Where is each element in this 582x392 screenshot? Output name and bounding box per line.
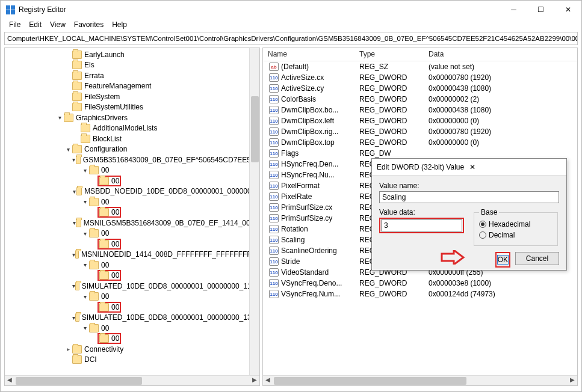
caret-icon[interactable] [64, 145, 72, 153]
col-type[interactable]: Type [354, 48, 424, 61]
menu-favorites[interactable]: Favorites [74, 20, 104, 29]
col-name[interactable]: Name [263, 48, 354, 61]
tree-item[interactable]: 00 [5, 165, 259, 176]
tree-item[interactable]: FileSystem [5, 91, 259, 102]
folder-icon [99, 177, 109, 185]
ok-button[interactable]: OK [497, 255, 509, 265]
tree-item[interactable]: 00 [5, 197, 259, 207]
tree-item[interactable]: EarlyLaunch [5, 49, 259, 60]
value-row[interactable]: 110DwmClipBox.leftREG_DWORD0x00000000 (0… [263, 115, 577, 126]
tree-item[interactable]: 00 [5, 292, 259, 302]
dialog-close-icon[interactable]: ✕ [469, 163, 562, 171]
tree-label: 00 [111, 271, 119, 280]
value-data-input[interactable] [381, 219, 462, 231]
caret-icon[interactable] [81, 324, 89, 332]
value-row[interactable]: 110DwmClipBox.bo...REG_DWORD0x00000438 (… [263, 105, 577, 115]
tree-label: 00 [101, 261, 109, 269]
caret-icon[interactable] [81, 261, 89, 269]
menu-file[interactable]: File [9, 20, 20, 29]
tree-item[interactable]: SIMULATED_10DE_0DD8_00000001_00000000_11… [5, 281, 259, 292]
tree-item[interactable]: 00 [5, 207, 259, 218]
list-header[interactable]: Name Type Data [263, 48, 577, 61]
value-row[interactable]: 110DwmClipBox.topREG_DWORD0x00000000 (0) [263, 137, 577, 148]
value-row[interactable]: ab(Default)REG_SZ(value not set) [263, 61, 577, 72]
cancel-button[interactable]: Cancel [515, 252, 559, 265]
folder-icon [72, 72, 82, 80]
tree-item[interactable]: AdditionalModeLists [5, 123, 259, 134]
folder-icon [76, 187, 82, 195]
value-row[interactable]: 110ActiveSize.cyREG_DWORD0x00000438 (108… [263, 83, 577, 94]
tree-item[interactable]: BlockList [5, 133, 259, 144]
tree-item[interactable]: MSNILGSM5B3516843009_0B_07E0_EF_1414_008… [5, 218, 259, 228]
radio-hexadecimal[interactable]: Hexadecimal [479, 219, 553, 230]
tree-item[interactable]: 00 [5, 323, 259, 334]
value-row[interactable]: 110VSyncFreq.Num...REG_DWORD0x000124dd (… [263, 289, 577, 299]
caret-icon[interactable] [64, 345, 72, 354]
dword-value-icon: 110 [269, 247, 279, 255]
tree-pane: EarlyLaunchElsErrataFeatureManagementFil… [4, 47, 260, 386]
folder-icon [72, 345, 82, 354]
value-name: ColorBasis [281, 95, 316, 103]
value-row[interactable]: 110FlagsREG_DW [263, 148, 577, 159]
tree-item[interactable]: 00 [5, 228, 259, 239]
tree-item[interactable]: 00 [5, 302, 259, 313]
tree-item[interactable]: MSBDD_NOEDID_10DE_0DD8_00000001_00000000 [5, 186, 259, 197]
value-row[interactable]: 110ColorBasisREG_DWORD0x00000002 (2) [263, 94, 577, 105]
tree-item[interactable]: 00 [5, 260, 259, 271]
tree-item[interactable]: GSM5B3516843009_0B_07E0_EF^506545CD7EE52… [5, 155, 259, 165]
close-button[interactable]: ✕ [554, 1, 581, 19]
value-name-label: Value name: [379, 182, 559, 190]
tree-item[interactable]: Configuration [5, 144, 259, 155]
tree-item[interactable]: Els [5, 60, 259, 71]
horizontal-scrollbar[interactable] [5, 375, 259, 385]
tree-item[interactable]: FileSystemUtilities [5, 102, 259, 113]
tree-label: 00 [111, 334, 119, 343]
tree-item[interactable]: MSNILNOEDID_1414_008D_FFFFFFFF_FFFFFFFF_… [5, 250, 259, 260]
value-row[interactable]: 110DwmClipBox.rig...REG_DWORD0x00000780 … [263, 126, 577, 137]
value-data: 0x00000438 (1080) [424, 106, 577, 114]
col-data[interactable]: Data [424, 48, 577, 61]
caret-icon[interactable] [81, 198, 89, 206]
horizontal-scrollbar[interactable] [263, 375, 577, 385]
tree-item[interactable]: 00 [5, 334, 259, 345]
address-bar[interactable]: Computer\HKEY_LOCAL_MACHINE\SYSTEM\Contr… [4, 32, 578, 45]
menu-edit[interactable]: Edit [29, 20, 42, 29]
minimize-button[interactable]: ─ [500, 1, 527, 19]
tree-item[interactable]: 00 [5, 176, 259, 186]
tree-item[interactable]: SIMULATED_10DE_0DD8_00000001_00000000_13… [5, 313, 259, 323]
app-icon [5, 5, 15, 14]
caret-icon[interactable] [55, 114, 64, 122]
vertical-scrollbar[interactable] [249, 48, 259, 375]
value-name: DwmClipBox.top [281, 138, 335, 147]
tree-label: GSM5B3516843009_0B_07E0_EF^506545CD7EE52… [83, 156, 259, 164]
value-name: PrimSurfSize.cx [281, 203, 332, 212]
folder-icon [89, 261, 99, 269]
caret-icon[interactable] [72, 187, 76, 195]
caret-icon[interactable] [81, 166, 89, 174]
value-type: REG_DWORD [354, 117, 424, 125]
dword-value-icon: 110 [269, 171, 279, 179]
dialog-title-bar[interactable]: Edit DWORD (32-bit) Value ✕ [372, 159, 566, 176]
caret-icon[interactable] [81, 292, 89, 301]
radio-decimal[interactable]: Decimal [479, 230, 553, 240]
value-row[interactable]: 110VSyncFreq.Deno...REG_DWORD0x000003e8 … [263, 278, 577, 289]
tree-label: 00 [111, 208, 119, 216]
maximize-button[interactable]: ☐ [527, 1, 554, 19]
tree-item[interactable]: 00 [5, 271, 259, 281]
dword-value-icon: 110 [269, 214, 279, 222]
tree-item[interactable]: Errata [5, 70, 259, 81]
value-row[interactable]: 110ActiveSize.cxREG_DWORD0x00000780 (192… [263, 72, 577, 83]
value-type: REG_DWORD [354, 73, 424, 82]
value-data-label: Value data: [379, 208, 464, 216]
tree-item[interactable]: FeatureManagement [5, 81, 259, 92]
tree-item[interactable]: 00 [5, 239, 259, 250]
menu-help[interactable]: Help [112, 20, 127, 29]
caret-icon[interactable] [81, 229, 89, 237]
tree-item[interactable]: Connectivity [5, 344, 259, 355]
value-type: REG_DWORD [354, 95, 424, 103]
value-name: VSyncFreq.Deno... [281, 279, 342, 287]
tree-item[interactable]: GraphicsDrivers [5, 112, 259, 123]
menu-view[interactable]: View [50, 20, 66, 29]
dword-value-icon: 110 [269, 160, 279, 168]
tree-item[interactable]: DCI [5, 355, 259, 366]
